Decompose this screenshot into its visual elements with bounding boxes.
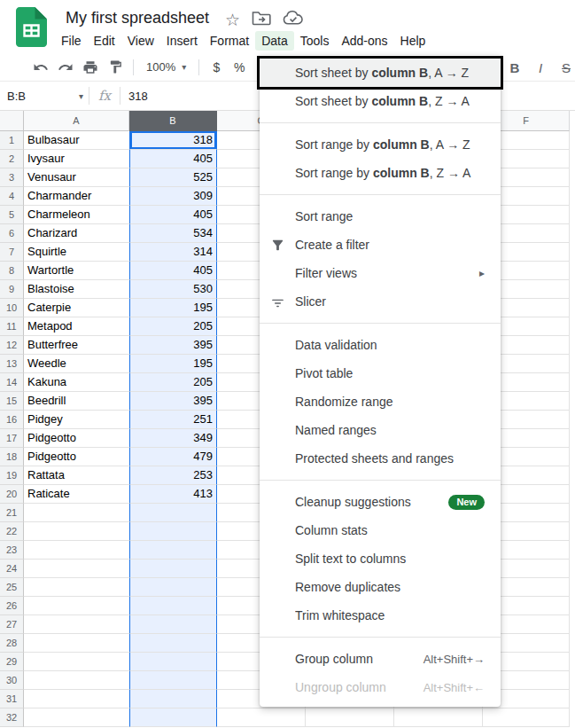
menu-item-trim-whitespace[interactable]: Trim whitespace — [260, 601, 501, 630]
zoom-select[interactable]: 100% ▾ — [146, 60, 186, 74]
menu-item-sort-sheet-by-column-b-z-a[interactable]: Sort sheet by column B, Z → A — [260, 87, 501, 115]
document-title[interactable]: My first spreadsheet — [66, 9, 209, 27]
menu-item-protected-sheets-and-ranges[interactable]: Protected sheets and ranges — [260, 444, 501, 473]
cell-a20[interactable]: Raticate — [24, 485, 129, 504]
cell-b21[interactable] — [129, 504, 217, 522]
menu-item-randomize-range[interactable]: Randomize range — [260, 387, 501, 416]
row-header-8[interactable]: 8 — [0, 262, 24, 280]
menubar-item-help[interactable]: Help — [394, 31, 432, 51]
menu-item-data-validation[interactable]: Data validation — [260, 331, 501, 359]
select-all-corner[interactable] — [0, 111, 24, 131]
row-header-18[interactable]: 18 — [0, 448, 24, 466]
row-header-32[interactable]: 32 — [0, 708, 24, 727]
name-box[interactable]: B:B ▾ — [0, 90, 89, 103]
cell-a4[interactable]: Charmander — [24, 187, 129, 206]
row-header-22[interactable]: 22 — [0, 522, 24, 541]
cell-b12[interactable]: 395 — [129, 336, 217, 355]
italic-button[interactable]: I — [532, 60, 548, 75]
menu-item-remove-duplicates[interactable]: Remove duplicates — [260, 573, 501, 601]
menu-item-sort-range[interactable]: Sort range — [260, 202, 501, 231]
row-header-9[interactable]: 9 — [0, 280, 24, 299]
row-header-6[interactable]: 6 — [0, 224, 24, 243]
format-currency-button[interactable]: $ — [205, 60, 228, 74]
cell-b7[interactable]: 314 — [129, 243, 217, 262]
cell-f32[interactable] — [483, 708, 570, 727]
row-header-5[interactable]: 5 — [0, 206, 24, 224]
row-header-3[interactable]: 3 — [0, 168, 24, 187]
row-header-11[interactable]: 11 — [0, 317, 24, 336]
cell-a26[interactable] — [24, 597, 129, 615]
cell-a24[interactable] — [24, 560, 129, 578]
cell-b15[interactable]: 395 — [129, 392, 217, 411]
cell-b30[interactable] — [129, 671, 217, 690]
column-header-b[interactable]: B — [129, 111, 217, 131]
cell-a14[interactable]: Kakuna — [24, 373, 129, 392]
row-header-19[interactable]: 19 — [0, 466, 24, 485]
cell-b25[interactable] — [129, 578, 217, 597]
formula-input[interactable]: 318 — [120, 90, 148, 103]
menu-item-filter-views[interactable]: Filter views▸ — [260, 259, 501, 287]
row-header-28[interactable]: 28 — [0, 634, 24, 653]
cell-b11[interactable]: 205 — [129, 317, 217, 336]
cloud-saved-icon[interactable] — [283, 11, 304, 29]
cell-a22[interactable] — [24, 522, 129, 541]
row-header-17[interactable]: 17 — [0, 429, 24, 448]
cell-a10[interactable]: Caterpie — [24, 299, 129, 317]
row-header-2[interactable]: 2 — [0, 150, 24, 168]
move-folder-icon[interactable] — [252, 11, 271, 29]
menubar-item-view[interactable]: View — [121, 31, 160, 51]
cell-a1[interactable]: Bulbasaur — [24, 131, 129, 150]
cell-a11[interactable]: Metapod — [24, 317, 129, 336]
cell-a16[interactable]: Pidgey — [24, 411, 129, 429]
cell-b28[interactable] — [129, 634, 217, 653]
row-header-24[interactable]: 24 — [0, 560, 24, 578]
cell-b29[interactable] — [129, 653, 217, 671]
row-header-16[interactable]: 16 — [0, 411, 24, 429]
menubar-item-insert[interactable]: Insert — [160, 31, 204, 51]
cell-a6[interactable]: Charizard — [24, 224, 129, 243]
row-header-25[interactable]: 25 — [0, 578, 24, 597]
sheets-logo-icon[interactable] — [16, 7, 47, 51]
paint-format-button[interactable] — [103, 57, 128, 78]
cell-a2[interactable]: Ivysaur — [24, 150, 129, 168]
redo-button[interactable] — [53, 57, 78, 78]
undo-button[interactable] — [28, 57, 53, 78]
menubar-item-file[interactable]: File — [55, 31, 88, 51]
cell-b4[interactable]: 309 — [129, 187, 217, 206]
menu-item-named-ranges[interactable]: Named ranges — [260, 416, 501, 444]
cell-a25[interactable] — [24, 578, 129, 597]
menu-item-split-text-to-columns[interactable]: Split text to columns — [260, 544, 501, 573]
cell-b3[interactable]: 525 — [129, 168, 217, 187]
cell-b9[interactable]: 530 — [129, 280, 217, 299]
menu-item-sort-sheet-by-column-b-a-z[interactable]: Sort sheet by column B, A → Z — [260, 59, 501, 87]
cell-b31[interactable] — [129, 690, 217, 708]
cell-a29[interactable] — [24, 653, 129, 671]
row-header-14[interactable]: 14 — [0, 373, 24, 392]
print-button[interactable] — [78, 57, 103, 78]
format-percent-button[interactable]: % — [228, 60, 251, 74]
cell-a9[interactable]: Blastoise — [24, 280, 129, 299]
cell-b24[interactable] — [129, 560, 217, 578]
cell-a32[interactable] — [24, 708, 129, 727]
cell-b1[interactable]: 318 — [129, 131, 217, 150]
cell-a30[interactable] — [24, 671, 129, 690]
menu-item-sort-range-by-column-b-z-a[interactable]: Sort range by column B, Z → A — [260, 159, 501, 187]
row-header-15[interactable]: 15 — [0, 392, 24, 411]
row-header-29[interactable]: 29 — [0, 653, 24, 671]
cell-d32[interactable] — [306, 708, 394, 727]
cell-b18[interactable]: 479 — [129, 448, 217, 466]
row-header-30[interactable]: 30 — [0, 671, 24, 690]
star-icon[interactable]: ☆ — [225, 12, 240, 28]
cell-a21[interactable] — [24, 504, 129, 522]
cell-b13[interactable]: 195 — [129, 355, 217, 373]
cell-a5[interactable]: Charmeleon — [24, 206, 129, 224]
cell-a7[interactable]: Squirtle — [24, 243, 129, 262]
row-header-12[interactable]: 12 — [0, 336, 24, 355]
cell-a13[interactable]: Weedle — [24, 355, 129, 373]
cell-b20[interactable]: 413 — [129, 485, 217, 504]
cell-b26[interactable] — [129, 597, 217, 615]
cell-c32[interactable] — [217, 708, 306, 727]
cell-b8[interactable]: 405 — [129, 262, 217, 280]
cell-e32[interactable] — [394, 708, 483, 727]
cell-a28[interactable] — [24, 634, 129, 653]
